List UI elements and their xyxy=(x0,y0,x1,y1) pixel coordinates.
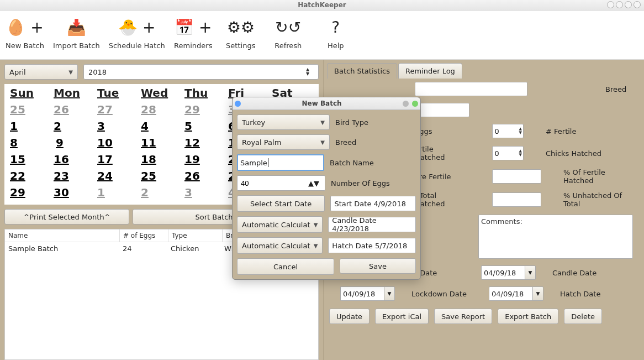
stat-input-2[interactable] xyxy=(415,103,469,117)
import-batch-button[interactable]: 📥Import Batch xyxy=(50,14,103,50)
cal-day[interactable]: 16 xyxy=(52,152,96,168)
were-fertile-label: ere Fertile xyxy=(415,173,487,181)
settings-icon: ⚙⚙ xyxy=(221,14,260,40)
hatch-date-display[interactable]: Hatch Date 5/7/2018 xyxy=(328,238,416,253)
chicks-value[interactable] xyxy=(493,149,514,158)
candle-date-display[interactable]: Candle Date 4/23/2018 xyxy=(328,217,416,232)
cal-day[interactable]: 10 xyxy=(96,135,140,152)
dialog-maximize-icon[interactable] xyxy=(412,101,418,107)
save-report-button[interactable]: Save Report xyxy=(434,309,492,324)
tab-batch-statistics[interactable]: Batch Statistics xyxy=(327,63,397,79)
tab-reminder-log[interactable]: Reminder Log xyxy=(398,63,462,79)
pct-fertile-input[interactable] xyxy=(492,169,541,184)
cal-day[interactable]: 26 xyxy=(52,102,96,118)
month-select[interactable]: April ▼ xyxy=(4,64,78,80)
batch-name-value: Sample xyxy=(240,159,267,167)
cal-day[interactable]: 23 xyxy=(52,168,96,185)
fertile-value[interactable] xyxy=(493,127,514,136)
cancel-button[interactable]: Cancel xyxy=(237,258,334,275)
dialog-menu-icon[interactable] xyxy=(235,101,241,107)
lockdown-date-left[interactable]: 04/09/18▼ xyxy=(340,286,395,301)
cal-day[interactable]: 24 xyxy=(96,168,140,185)
cal-day[interactable]: 8 xyxy=(9,135,52,152)
hatch-calc-value: Automatic Calculat xyxy=(242,242,310,250)
cal-day[interactable]: 27 xyxy=(96,102,140,118)
egg-spinner[interactable]: ▲▼ xyxy=(308,179,319,187)
bird-type-select[interactable]: Turkey▼ xyxy=(237,114,330,130)
new-batch-button[interactable]: 🥚 +New Batch xyxy=(2,14,47,50)
cal-day[interactable]: 18 xyxy=(140,152,183,168)
chicks-input[interactable]: ▲▼ xyxy=(492,146,524,160)
update-button[interactable]: Update xyxy=(329,309,369,324)
cal-day[interactable]: 29 xyxy=(183,102,227,118)
hatch-date-input[interactable]: 04/09/18▼ xyxy=(489,286,543,301)
month-value: April xyxy=(9,68,26,76)
cal-day[interactable]: 3 xyxy=(183,185,227,201)
egg-count-value[interactable] xyxy=(240,179,308,188)
cal-day[interactable]: 15 xyxy=(9,152,52,168)
export-batch-button[interactable]: Export Batch xyxy=(498,309,558,324)
cal-day[interactable]: 2 xyxy=(140,185,183,201)
cal-day[interactable]: 1 xyxy=(9,118,52,135)
extra-window-icon[interactable] xyxy=(634,1,641,8)
schedule-hatch-button[interactable]: 🐣 +Schedule Hatch xyxy=(105,14,168,50)
fertile-input[interactable]: ▲▼ xyxy=(492,124,524,138)
year-spinner[interactable]: ▲▼ xyxy=(306,67,314,76)
col-eggs[interactable]: # of Eggs xyxy=(120,229,168,242)
import-batch-label: Import Batch xyxy=(53,41,100,50)
schedule-hatch-icon: 🐣 + xyxy=(118,14,156,40)
cal-day[interactable]: 28 xyxy=(140,102,183,118)
cal-day[interactable]: 30 xyxy=(52,185,96,201)
cal-day[interactable]: 26 xyxy=(183,168,227,185)
cal-day[interactable]: 9 xyxy=(52,135,96,152)
chevron-down-icon[interactable]: ▼ xyxy=(532,286,543,301)
chevron-down-icon[interactable]: ▼ xyxy=(384,286,395,301)
close-icon[interactable] xyxy=(625,1,632,8)
cal-day[interactable]: 25 xyxy=(140,168,183,185)
candle-date-input[interactable]: 04/09/18▼ xyxy=(481,265,536,280)
reminders-label: Reminders xyxy=(174,41,212,50)
batch-name-input[interactable]: Sample xyxy=(237,154,324,171)
batch-name-label: Batch Name xyxy=(330,159,374,167)
cal-day[interactable]: 22 xyxy=(9,168,52,185)
refresh-button[interactable]: ↻↺Refresh xyxy=(266,14,311,50)
hatch-calc-select[interactable]: Automatic Calculat▼ xyxy=(237,237,323,254)
new-batch-label: New Batch xyxy=(6,41,44,50)
cal-day[interactable]: 19 xyxy=(183,152,227,168)
stat-input-1[interactable] xyxy=(415,82,527,96)
egg-count-input[interactable]: ▲▼ xyxy=(237,175,325,191)
settings-button[interactable]: ⚙⚙Settings xyxy=(218,14,263,50)
save-button[interactable]: Save xyxy=(340,258,416,274)
cal-day[interactable]: 12 xyxy=(183,135,227,152)
comments-box[interactable]: Comments: xyxy=(478,215,633,259)
dialog-titlebar[interactable]: New Batch xyxy=(233,97,420,110)
export-ical-button[interactable]: Export iCal xyxy=(375,309,429,324)
help-button[interactable]: ?Help xyxy=(313,14,358,50)
maximize-icon[interactable] xyxy=(616,1,623,8)
breed-field-label: Breed xyxy=(335,138,356,147)
select-start-date-button[interactable]: Select Start Date xyxy=(237,195,325,212)
chevron-down-icon[interactable]: ▼ xyxy=(525,265,536,280)
cal-day[interactable]: 4 xyxy=(140,118,183,135)
start-date-display[interactable]: Start Date 4/9/2018 xyxy=(330,196,416,211)
cal-day[interactable]: 25 xyxy=(9,102,52,118)
breed-select[interactable]: Royal Palm▼ xyxy=(237,134,330,150)
cal-day[interactable]: 17 xyxy=(96,152,140,168)
minimize-icon[interactable] xyxy=(607,1,614,8)
col-type[interactable]: Type xyxy=(168,229,223,242)
print-month-button[interactable]: ^Print Selected Month^ xyxy=(4,209,129,225)
delete-button[interactable]: Delete xyxy=(564,309,602,324)
col-name[interactable]: Name xyxy=(5,229,120,242)
year-value: 2018 xyxy=(88,68,107,76)
year-input[interactable]: 2018 ▲▼ xyxy=(83,64,319,80)
pct-unhatched-input[interactable] xyxy=(492,192,541,207)
cal-day[interactable]: 5 xyxy=(183,118,227,135)
cal-day[interactable]: 11 xyxy=(140,135,183,152)
cal-day[interactable]: 2 xyxy=(52,118,96,135)
reminders-button[interactable]: 📅 +Reminders xyxy=(171,14,216,50)
dialog-minimize-icon[interactable] xyxy=(403,101,409,107)
cal-day[interactable]: 3 xyxy=(96,118,140,135)
cal-day[interactable]: 29 xyxy=(9,185,52,201)
candle-calc-select[interactable]: Automatic Calculat▼ xyxy=(237,216,323,233)
cal-day[interactable]: 1 xyxy=(96,185,140,201)
